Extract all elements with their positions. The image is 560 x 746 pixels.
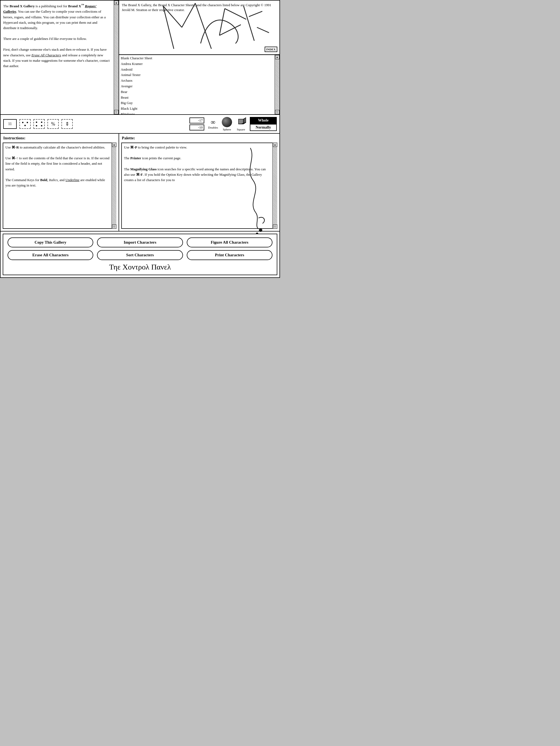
scroll-up-arrow[interactable]: ▲: [114, 1, 119, 5]
top-section: The Brand X Gallery is a publishing tool…: [1, 1, 279, 115]
instructions-content: Use ⌘-R to automatically calculate all t…: [3, 143, 116, 229]
arrow-icon[interactable]: ⇕: [61, 119, 73, 129]
instructions-content-wrapper: Use ⌘-R to automatically calculate all t…: [3, 143, 116, 229]
intro-text: The Brand X Gallery is a publishing tool…: [3, 3, 116, 69]
instructions-title: Instructions:: [1, 134, 119, 142]
buttons-section: Copy This Gallery Import Characters Figu…: [3, 234, 277, 275]
left-intro-panel: The Brand X Gallery is a publishing tool…: [1, 1, 119, 114]
pal-scroll-up[interactable]: ▲: [273, 143, 277, 147]
list-item[interactable]: Black Light: [121, 106, 278, 112]
dice-dot: [41, 121, 42, 123]
dice-dot: [36, 125, 37, 126]
cube-container: Square: [236, 117, 246, 131]
char-scroll-track: [275, 59, 279, 110]
list-item[interactable]: Blitzkreig: [121, 112, 278, 114]
right-panel: The Brand X Gallery, the Brand X Charact…: [119, 1, 279, 114]
list-item[interactable]: Animal Tester: [121, 72, 278, 78]
char-scroll-down[interactable]: ▽: [275, 110, 279, 114]
infinity-icon[interactable]: ∞: [211, 119, 215, 125]
list-item[interactable]: Beast: [121, 95, 278, 101]
list-item[interactable]: Blank Character Sheet: [121, 56, 278, 61]
list-item[interactable]: Andrea Kramer: [121, 61, 278, 67]
figure-all-button[interactable]: Figure All Characters: [187, 237, 272, 248]
buttons-grid: Copy This Gallery Import Characters Figu…: [7, 237, 272, 260]
character-list-scrollbar[interactable]: ▲ ▽: [275, 55, 279, 114]
list-item[interactable]: Archaos: [121, 78, 278, 84]
controls-section: 11 % ⇕ -17 -10: [1, 115, 279, 134]
number-fields: -17 -10: [189, 117, 204, 131]
number-value-1: -17: [198, 118, 203, 123]
dice-dot: [41, 125, 42, 126]
copyright-text: The Brand X Gallery, the Brand X Charact…: [122, 3, 277, 12]
sphere-label: Sphere: [223, 128, 231, 131]
print-characters-button[interactable]: Print Characters: [187, 250, 272, 260]
erase-all-button[interactable]: Erase All Characters: [7, 250, 93, 260]
list-item[interactable]: Android: [121, 67, 278, 73]
copyright-section: The Brand X Gallery, the Brand X Charact…: [119, 1, 279, 54]
index-badge[interactable]: INDEX: [265, 47, 277, 52]
palette-content: Use ⌘-P to bring the control palette to …: [121, 143, 277, 229]
palette-title: Palette:: [119, 134, 279, 142]
dice-icon-1[interactable]: [20, 119, 31, 129]
palette-panel: Palette: Use ⌘-P to bring the control pa…: [119, 134, 279, 231]
number-value-2: -10: [198, 125, 203, 130]
right-controls: -17 -10 ∞ Doubles Sphere: [189, 117, 277, 131]
scroll-track: [115, 5, 118, 110]
main-container: The Brand X Gallery is a publishing tool…: [0, 0, 280, 278]
copy-gallery-button[interactable]: Copy This Gallery: [7, 237, 93, 248]
number-field-1[interactable]: -17: [189, 117, 204, 123]
pal-scroll-track: [273, 147, 277, 225]
character-list: Blank Character Sheet Andrea Kramer Andr…: [119, 55, 279, 114]
number-field-2[interactable]: -10: [189, 124, 204, 131]
inst-scroll-track: [112, 147, 116, 225]
char-scroll-up[interactable]: ▲: [275, 55, 279, 59]
pal-scroll-down[interactable]: ▽: [273, 225, 277, 229]
import-characters-button[interactable]: Import Characters: [97, 237, 183, 248]
left-panel-scrollbar[interactable]: ▲ ▽: [114, 1, 119, 114]
sort-characters-button[interactable]: Sort Characters: [97, 250, 183, 260]
doubles-label: Doubles: [208, 126, 218, 129]
dice-icon-2[interactable]: [33, 119, 45, 129]
percent-icon[interactable]: %: [48, 119, 59, 129]
sphere-container: Sphere: [222, 117, 232, 131]
list-item[interactable]: Avenger: [121, 84, 278, 89]
normally-button[interactable]: Normally: [250, 124, 277, 131]
square-label: Square: [237, 128, 245, 131]
inst-scroll-down[interactable]: ▽: [112, 225, 116, 229]
panel-title: Τηε Χοντρολ Πανελ: [7, 263, 272, 271]
dice-dot: [36, 121, 37, 123]
list-item[interactable]: Bear: [121, 89, 278, 95]
palette-content-wrapper: Use ⌘-P to bring the control palette to …: [121, 143, 277, 229]
cube-icon[interactable]: [236, 117, 246, 127]
doubles-container: ∞ Doubles: [208, 119, 218, 129]
dice-dot: [22, 122, 24, 123]
sphere-icon[interactable]: [222, 117, 232, 127]
whole-normally-box: Whole Normally: [250, 117, 277, 131]
info-section: Instructions: Use ⌘-R to automatically c…: [1, 134, 279, 231]
scroll-down-arrow[interactable]: ▽: [114, 110, 119, 114]
dice-dot: [25, 125, 26, 126]
palette-scrollbar[interactable]: ▲ ▽: [272, 143, 277, 229]
dice-value: 11: [8, 122, 11, 126]
whole-button[interactable]: Whole: [250, 117, 277, 124]
dice-value-box[interactable]: 11: [3, 119, 17, 129]
dice-dot: [27, 122, 28, 123]
inst-scroll-up[interactable]: ▲: [112, 143, 116, 147]
character-list-section: Blank Character Sheet Andrea Kramer Andr…: [119, 54, 279, 114]
svg-marker-0: [238, 119, 243, 124]
instructions-scrollbar[interactable]: ▲ ▽: [112, 143, 116, 229]
instructions-panel: Instructions: Use ⌘-R to automatically c…: [1, 134, 119, 231]
list-item[interactable]: Big Guy: [121, 100, 278, 106]
